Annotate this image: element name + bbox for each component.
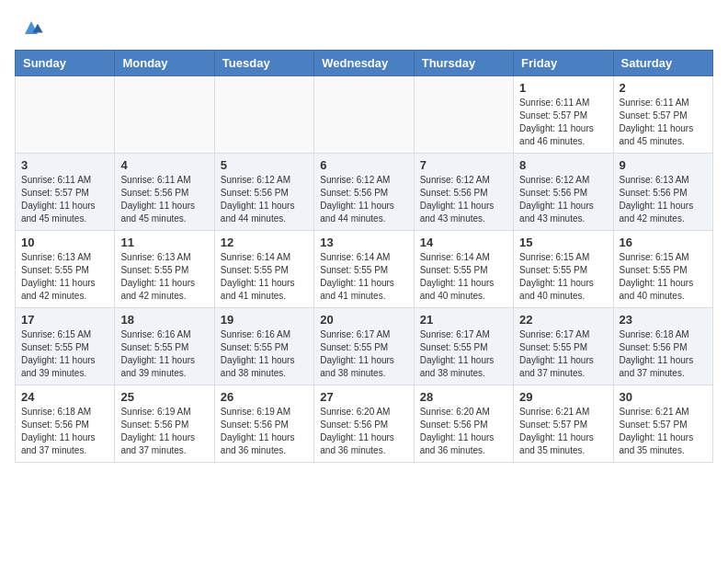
day-info: Sunrise: 6:15 AM Sunset: 5:55 PM Dayligh… <box>519 251 607 303</box>
day-number: 9 <box>620 158 707 172</box>
weekday-header: Wednesday <box>314 51 414 76</box>
day-number: 28 <box>420 390 507 404</box>
day-number: 16 <box>620 236 707 249</box>
day-info: Sunrise: 6:19 AM Sunset: 5:56 PM Dayligh… <box>221 406 308 457</box>
day-number: 7 <box>420 158 507 172</box>
calendar-week-row: 24Sunrise: 6:18 AM Sunset: 5:56 PM Dayli… <box>16 385 713 463</box>
calendar-cell: 17Sunrise: 6:15 AM Sunset: 5:55 PM Dayli… <box>16 308 115 385</box>
page: SundayMondayTuesdayWednesdayThursdayFrid… <box>0 0 728 477</box>
calendar-header-row: SundayMondayTuesdayWednesdayThursdayFrid… <box>16 51 713 76</box>
logo <box>15 15 44 40</box>
day-number: 19 <box>221 313 308 327</box>
calendar-table: SundayMondayTuesdayWednesdayThursdayFrid… <box>15 50 713 463</box>
day-info: Sunrise: 6:17 AM Sunset: 5:55 PM Dayligh… <box>519 328 607 380</box>
calendar-cell: 26Sunrise: 6:19 AM Sunset: 5:56 PM Dayli… <box>214 385 313 463</box>
calendar-cell: 14Sunrise: 6:14 AM Sunset: 5:55 PM Dayli… <box>414 231 513 308</box>
logo-icon <box>18 15 44 40</box>
day-info: Sunrise: 6:14 AM Sunset: 5:55 PM Dayligh… <box>320 251 407 303</box>
calendar-cell: 21Sunrise: 6:17 AM Sunset: 5:55 PM Dayli… <box>414 308 513 385</box>
calendar-week-row: 17Sunrise: 6:15 AM Sunset: 5:55 PM Dayli… <box>16 308 713 385</box>
header <box>15 15 713 40</box>
calendar-cell: 1Sunrise: 6:11 AM Sunset: 5:57 PM Daylig… <box>514 76 613 154</box>
day-info: Sunrise: 6:15 AM Sunset: 5:55 PM Dayligh… <box>620 251 707 303</box>
day-number: 5 <box>221 158 308 172</box>
calendar-week-row: 3Sunrise: 6:11 AM Sunset: 5:57 PM Daylig… <box>16 154 713 231</box>
calendar-week-row: 10Sunrise: 6:13 AM Sunset: 5:55 PM Dayli… <box>16 231 713 308</box>
weekday-header: Thursday <box>414 51 513 76</box>
calendar-cell: 12Sunrise: 6:14 AM Sunset: 5:55 PM Dayli… <box>214 231 313 308</box>
calendar-week-row: 1Sunrise: 6:11 AM Sunset: 5:57 PM Daylig… <box>16 76 713 154</box>
day-number: 4 <box>120 158 208 172</box>
calendar-cell: 11Sunrise: 6:13 AM Sunset: 5:55 PM Dayli… <box>115 231 214 308</box>
day-info: Sunrise: 6:13 AM Sunset: 5:55 PM Dayligh… <box>21 251 108 303</box>
calendar-cell: 25Sunrise: 6:19 AM Sunset: 5:56 PM Dayli… <box>115 385 214 463</box>
calendar-cell <box>214 76 313 154</box>
day-info: Sunrise: 6:17 AM Sunset: 5:55 PM Dayligh… <box>320 328 407 380</box>
day-number: 21 <box>420 313 507 327</box>
calendar-cell: 4Sunrise: 6:11 AM Sunset: 5:56 PM Daylig… <box>115 154 214 231</box>
weekday-header: Tuesday <box>214 51 313 76</box>
calendar-cell: 27Sunrise: 6:20 AM Sunset: 5:56 PM Dayli… <box>314 385 414 463</box>
calendar-cell: 19Sunrise: 6:16 AM Sunset: 5:55 PM Dayli… <box>214 308 313 385</box>
day-info: Sunrise: 6:18 AM Sunset: 5:56 PM Dayligh… <box>21 406 108 457</box>
calendar-cell: 20Sunrise: 6:17 AM Sunset: 5:55 PM Dayli… <box>314 308 414 385</box>
day-info: Sunrise: 6:13 AM Sunset: 5:56 PM Dayligh… <box>620 174 707 225</box>
calendar-cell: 2Sunrise: 6:11 AM Sunset: 5:57 PM Daylig… <box>613 76 712 154</box>
calendar-cell: 23Sunrise: 6:18 AM Sunset: 5:56 PM Dayli… <box>613 308 712 385</box>
day-number: 10 <box>21 236 108 249</box>
calendar-cell: 28Sunrise: 6:20 AM Sunset: 5:56 PM Dayli… <box>414 385 513 463</box>
day-info: Sunrise: 6:21 AM Sunset: 5:57 PM Dayligh… <box>620 406 707 457</box>
calendar-cell <box>115 76 214 154</box>
day-number: 29 <box>519 390 607 404</box>
day-number: 14 <box>420 236 507 249</box>
day-info: Sunrise: 6:20 AM Sunset: 5:56 PM Dayligh… <box>320 406 407 457</box>
calendar-cell: 6Sunrise: 6:12 AM Sunset: 5:56 PM Daylig… <box>314 154 414 231</box>
day-number: 11 <box>120 236 208 249</box>
day-number: 26 <box>221 390 308 404</box>
weekday-header: Saturday <box>613 51 712 76</box>
calendar-cell: 22Sunrise: 6:17 AM Sunset: 5:55 PM Dayli… <box>514 308 613 385</box>
calendar-cell: 18Sunrise: 6:16 AM Sunset: 5:55 PM Dayli… <box>115 308 214 385</box>
day-info: Sunrise: 6:21 AM Sunset: 5:57 PM Dayligh… <box>519 406 607 457</box>
calendar-cell: 10Sunrise: 6:13 AM Sunset: 5:55 PM Dayli… <box>16 231 115 308</box>
day-number: 22 <box>519 313 607 327</box>
weekday-header: Monday <box>115 51 214 76</box>
day-info: Sunrise: 6:20 AM Sunset: 5:56 PM Dayligh… <box>420 406 507 457</box>
day-number: 18 <box>120 313 208 327</box>
calendar-cell: 8Sunrise: 6:12 AM Sunset: 5:56 PM Daylig… <box>514 154 613 231</box>
calendar-cell: 3Sunrise: 6:11 AM Sunset: 5:57 PM Daylig… <box>16 154 115 231</box>
day-info: Sunrise: 6:13 AM Sunset: 5:55 PM Dayligh… <box>120 251 208 303</box>
day-number: 1 <box>519 81 607 95</box>
day-info: Sunrise: 6:12 AM Sunset: 5:56 PM Dayligh… <box>320 174 407 225</box>
day-info: Sunrise: 6:11 AM Sunset: 5:57 PM Dayligh… <box>519 97 607 148</box>
day-info: Sunrise: 6:12 AM Sunset: 5:56 PM Dayligh… <box>519 174 607 225</box>
calendar-cell <box>16 76 115 154</box>
day-info: Sunrise: 6:16 AM Sunset: 5:55 PM Dayligh… <box>221 328 308 380</box>
day-info: Sunrise: 6:12 AM Sunset: 5:56 PM Dayligh… <box>221 174 308 225</box>
day-info: Sunrise: 6:14 AM Sunset: 5:55 PM Dayligh… <box>420 251 507 303</box>
day-info: Sunrise: 6:19 AM Sunset: 5:56 PM Dayligh… <box>120 406 208 457</box>
day-number: 27 <box>320 390 407 404</box>
day-number: 25 <box>120 390 208 404</box>
calendar-cell: 7Sunrise: 6:12 AM Sunset: 5:56 PM Daylig… <box>414 154 513 231</box>
day-info: Sunrise: 6:15 AM Sunset: 5:55 PM Dayligh… <box>21 328 108 380</box>
calendar-cell: 5Sunrise: 6:12 AM Sunset: 5:56 PM Daylig… <box>214 154 313 231</box>
day-number: 15 <box>519 236 607 249</box>
weekday-header: Sunday <box>16 51 115 76</box>
day-number: 30 <box>620 390 707 404</box>
day-info: Sunrise: 6:16 AM Sunset: 5:55 PM Dayligh… <box>120 328 208 380</box>
calendar-cell <box>414 76 513 154</box>
day-info: Sunrise: 6:18 AM Sunset: 5:56 PM Dayligh… <box>620 328 707 380</box>
day-number: 2 <box>620 81 707 95</box>
day-info: Sunrise: 6:11 AM Sunset: 5:56 PM Dayligh… <box>120 174 208 225</box>
day-number: 12 <box>221 236 308 249</box>
day-number: 8 <box>519 158 607 172</box>
calendar-cell: 15Sunrise: 6:15 AM Sunset: 5:55 PM Dayli… <box>514 231 613 308</box>
day-number: 17 <box>21 313 108 327</box>
calendar-cell: 30Sunrise: 6:21 AM Sunset: 5:57 PM Dayli… <box>613 385 712 463</box>
day-number: 6 <box>320 158 407 172</box>
day-info: Sunrise: 6:17 AM Sunset: 5:55 PM Dayligh… <box>420 328 507 380</box>
weekday-header: Friday <box>514 51 613 76</box>
day-info: Sunrise: 6:12 AM Sunset: 5:56 PM Dayligh… <box>420 174 507 225</box>
day-number: 20 <box>320 313 407 327</box>
